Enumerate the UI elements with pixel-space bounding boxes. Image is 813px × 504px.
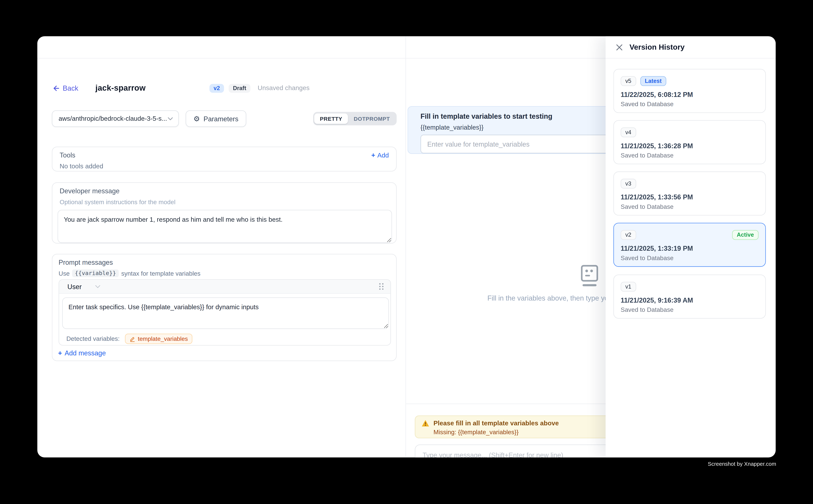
detected-variable-chip[interactable]: template_variables — [125, 334, 192, 344]
unsaved-changes-text: Unsaved changes — [258, 84, 310, 92]
tools-card: Tools + Add No tools added — [52, 147, 397, 172]
message-block: User — [59, 279, 391, 345]
warning-title: Please fill in all template variables ab… — [433, 420, 559, 427]
role-select[interactable]: User — [67, 283, 101, 290]
app-window: Back jack-sparrow v2 Draft Unsaved chang… — [37, 36, 776, 457]
bot-face-icon — [577, 264, 601, 288]
back-label: Back — [63, 84, 78, 92]
version-status: Saved to Database — [621, 306, 759, 313]
tools-title: Tools — [60, 151, 75, 159]
version-card-v2-active[interactable]: v2 Active 11/21/2025, 1:33:19 PM Saved t… — [614, 223, 766, 267]
screenshot-stage: Back jack-sparrow v2 Draft Unsaved chang… — [0, 0, 813, 504]
version-timestamp: 11/21/2025, 1:33:56 PM — [621, 193, 759, 201]
version-history-header: Version History — [606, 36, 776, 59]
role-select-value: User — [67, 283, 82, 290]
version-id-badge: v5 — [621, 76, 636, 86]
developer-message-subtitle: Optional system instructions for the mod… — [60, 198, 391, 206]
version-card-v4[interactable]: v4 11/21/2025, 1:36:28 PM Saved to Datab… — [614, 120, 766, 164]
chevron-down-icon — [167, 117, 173, 121]
version-id-badge: v3 — [621, 179, 636, 188]
add-message-label: Add message — [65, 349, 106, 357]
add-tool-button[interactable]: + Add — [371, 152, 389, 159]
pencil-icon — [129, 336, 135, 342]
version-history-panel: Version History v5 Latest 11/22/2025, 6:… — [606, 36, 776, 457]
header-badges: v2 Draft Unsaved changes — [210, 82, 310, 94]
version-status: Saved to Database — [621, 254, 759, 262]
version-id-badge: v2 — [621, 230, 636, 240]
close-icon — [615, 43, 623, 51]
toolbar: aws/anthropic/bedrock-claude-3-5-s... ⚙︎… — [52, 110, 397, 127]
add-message-button[interactable]: + Add message — [58, 349, 106, 357]
version-timestamp: 11/22/2025, 6:08:12 PM — [621, 91, 759, 98]
version-card-v5[interactable]: v5 Latest 11/22/2025, 6:08:12 PM Saved t… — [614, 69, 766, 113]
version-status: Saved to Database — [621, 100, 759, 108]
plus-icon: + — [371, 152, 375, 158]
toggle-pretty[interactable]: PRETTY — [314, 114, 348, 124]
prompt-messages-card: Prompt messages Use {{variable}} syntax … — [52, 254, 397, 361]
latest-badge: Latest — [640, 76, 666, 86]
plus-icon: + — [58, 350, 62, 356]
message-block-header: User — [59, 280, 390, 294]
detected-variables-label: Detected variables: — [66, 335, 119, 342]
parameters-label: Parameters — [204, 115, 239, 123]
add-tool-label: Add — [377, 152, 389, 159]
version-badge: v2 — [210, 84, 224, 92]
hint-suffix: syntax for template variables — [121, 270, 200, 277]
detected-variable-name: template_variables — [138, 336, 188, 342]
parameters-button[interactable]: ⚙︎ Parameters — [186, 110, 246, 127]
draft-badge: Draft — [229, 84, 250, 92]
model-select-value: aws/anthropic/bedrock-claude-3-5-s... — [59, 115, 167, 122]
developer-message-textarea[interactable]: You are jack sparrow number 1, respond a… — [57, 210, 392, 243]
version-id-badge: v1 — [621, 282, 636, 292]
version-timestamp: 11/21/2025, 9:16:39 AM — [621, 296, 759, 304]
warning-triangle-icon — [421, 420, 429, 427]
model-select[interactable]: aws/anthropic/bedrock-claude-3-5-s... — [52, 110, 179, 127]
version-card-v1[interactable]: v1 11/21/2025, 9:16:39 AM Saved to Datab… — [614, 275, 766, 319]
version-id-badge: v4 — [621, 127, 636, 137]
message-textarea[interactable]: Enter task specifics. Use {{template_var… — [62, 297, 389, 329]
version-history-title: Version History — [630, 43, 685, 51]
view-mode-toggle: PRETTY DOTPROMPT — [313, 112, 397, 125]
arrow-left-icon — [52, 84, 60, 92]
version-status: Saved to Database — [621, 152, 759, 159]
prompt-hint: Use {{variable}} syntax for template var… — [59, 269, 390, 277]
chevron-down-icon — [95, 285, 101, 288]
version-timestamp: 11/21/2025, 1:33:19 PM — [621, 244, 759, 252]
detected-variables-row: Detected variables: template_variables — [62, 329, 388, 344]
developer-message-title: Developer message — [60, 187, 391, 195]
toggle-dotprompt[interactable]: DOTPROMPT — [348, 114, 396, 124]
version-status: Saved to Database — [621, 203, 759, 210]
hint-prefix: Use — [59, 270, 70, 277]
prompt-header: Back jack-sparrow — [52, 82, 145, 94]
page-title: jack-sparrow — [95, 83, 145, 93]
drag-handle-icon[interactable] — [378, 282, 384, 291]
prompt-messages-title: Prompt messages — [59, 258, 390, 266]
variable-syntax-chip: {{variable}} — [72, 269, 119, 277]
back-button[interactable]: Back — [52, 84, 78, 92]
close-panel-button[interactable] — [614, 42, 624, 52]
version-card-v3[interactable]: v3 11/21/2025, 1:33:56 PM Saved to Datab… — [614, 172, 766, 216]
version-timestamp: 11/21/2025, 1:36:28 PM — [621, 142, 759, 150]
column-divider — [405, 36, 406, 457]
tools-empty-text: No tools added — [60, 163, 389, 170]
watermark-text: Screenshot by Xnapper.com — [708, 461, 776, 467]
active-badge: Active — [732, 230, 759, 240]
developer-message-card: Developer message Optional system instru… — [52, 182, 397, 244]
gear-icon: ⚙︎ — [193, 115, 200, 122]
